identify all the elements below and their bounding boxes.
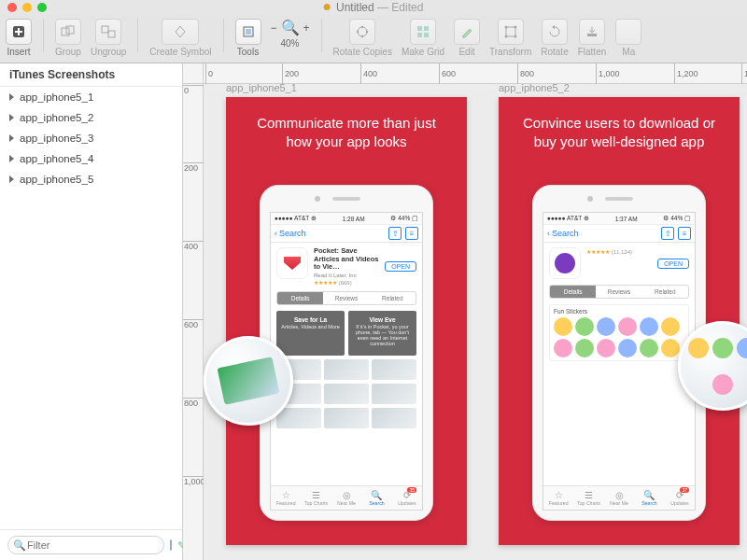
phone-screen: ●●●●● AT&T ⊕ 1:37 AM ⚙ 44% ▢ ‹ Search ⇪ … — [543, 212, 696, 511]
svg-rect-14 — [417, 26, 422, 31]
window-controls — [7, 3, 47, 12]
ungroup-button[interactable]: Ungroup — [91, 19, 126, 57]
toolbar: Insert Group Ungroup Create Symbol Tools… — [0, 15, 747, 63]
zoom-value: 40% — [281, 38, 300, 49]
fun-stickers-card: Fun Stickers — [549, 304, 689, 361]
magnifier-callout — [204, 336, 293, 426]
app-header: ★★★★★ (11,124) OPEN — [549, 247, 689, 279]
close-icon[interactable] — [7, 3, 17, 12]
search-icon: 🔍 — [371, 491, 382, 500]
star-icon: ☆ — [555, 491, 563, 500]
filter-input[interactable] — [7, 536, 164, 554]
speaker-icon — [332, 197, 360, 201]
magnify-icon[interactable]: 🔍 — [281, 19, 300, 36]
search-icon: 🔍 — [13, 539, 26, 552]
zoom-icon[interactable] — [37, 3, 47, 12]
badge: 35 — [407, 487, 416, 493]
status-bar: ●●●●● AT&T ⊕ 1:28 AM ⚙ 44% ▢ — [271, 213, 422, 224]
ruler-horizontal[interactable]: 0 200 400 600 800 1,000 1,200 1,4 — [204, 63, 747, 84]
document-title: Untitled — Edited — [324, 1, 424, 14]
zoom-in-icon[interactable]: + — [303, 21, 310, 35]
unsaved-indicator-icon — [324, 4, 331, 10]
back-label: Search — [279, 229, 306, 238]
camera-icon — [587, 196, 593, 202]
zoom-control[interactable]: − 🔍 + 40% — [271, 19, 310, 49]
list-icon: ≡ — [678, 227, 691, 240]
layer-item[interactable]: app_iphone5_3 — [0, 128, 182, 148]
more-button[interactable]: Ma — [615, 19, 641, 57]
ruler-vertical[interactable]: 0 200 400 600 800 1,000 — [183, 84, 204, 560]
search-icon: 🔍 — [643, 491, 655, 500]
svg-rect-23 — [587, 34, 597, 36]
layer-item[interactable]: app_iphone5_5 — [0, 169, 182, 189]
create-symbol-button[interactable]: Create Symbol — [149, 19, 211, 57]
page-title[interactable]: iTunes Screenshots — [0, 63, 182, 87]
star-icon: ☆ — [282, 491, 290, 500]
app-header: Pocket: Save Articles and Videos to Vie…… — [276, 247, 416, 286]
charts-icon: ☰ — [312, 491, 320, 500]
layer-item[interactable]: app_iphone5_1 — [0, 87, 182, 107]
edit-button[interactable]: Edit — [454, 19, 480, 57]
pocket-icon — [284, 257, 301, 270]
artboard-label[interactable]: app_iphone5_1 — [226, 84, 297, 93]
disclosure-icon[interactable] — [9, 134, 14, 142]
disclosure-icon[interactable] — [9, 175, 14, 183]
disclosure-icon[interactable] — [9, 114, 14, 121]
disclosure-icon[interactable] — [9, 93, 14, 101]
canvas-area: 0 200 400 600 800 1,000 1,200 1,4 0 200 … — [183, 63, 747, 560]
back-chevron-icon: ‹ — [547, 229, 550, 238]
transform-button[interactable]: Transform — [489, 19, 531, 57]
app-icon — [549, 247, 581, 279]
rotate-button[interactable]: Rotate — [541, 19, 568, 57]
svg-rect-4 — [66, 26, 74, 34]
artboard-count-icon[interactable] — [170, 539, 172, 551]
artboard-label[interactable]: app_iphone5_2 — [499, 84, 570, 93]
svg-rect-15 — [424, 26, 429, 31]
thumbnail-row — [276, 408, 416, 428]
minimize-icon[interactable] — [22, 3, 32, 12]
svg-rect-8 — [246, 29, 251, 35]
svg-rect-18 — [506, 27, 515, 36]
app-icon — [276, 247, 308, 279]
artboard[interactable]: Convince users to download or buy your w… — [499, 97, 740, 545]
layers-panel: iTunes Screenshots app_iphone5_1 app_iph… — [0, 63, 183, 560]
svg-rect-6 — [108, 31, 115, 37]
svg-point-12 — [361, 35, 363, 37]
open-button: OPEN — [657, 259, 689, 269]
disclosure-icon[interactable] — [9, 155, 14, 162]
tools-button[interactable]: Tools — [235, 19, 261, 57]
rotate-copies-button[interactable]: Rotate Copies — [333, 19, 392, 57]
nav-bar: ‹ Search ⇪ ≡ — [271, 224, 422, 243]
phone-screen: ●●●●● AT&T ⊕ 1:28 AM ⚙ 44% ▢ ‹ Search ⇪ … — [270, 212, 423, 511]
canvas[interactable]: app_iphone5_1 Communicate more than just… — [204, 84, 747, 560]
layer-item[interactable]: app_iphone5_4 — [0, 148, 182, 169]
headline-text: Convince users to download or buy your w… — [499, 97, 740, 152]
layer-item[interactable]: app_iphone5_2 — [0, 107, 182, 128]
svg-point-22 — [514, 35, 516, 38]
group-button[interactable]: Group — [55, 19, 81, 57]
make-grid-button[interactable]: Make Grid — [402, 19, 444, 57]
ruler-origin[interactable] — [183, 63, 204, 84]
svg-rect-16 — [417, 33, 422, 37]
share-icon: ⇪ — [388, 227, 402, 240]
edited-status: Edited — [391, 1, 423, 14]
speaker-icon — [605, 197, 633, 201]
zoom-out-icon[interactable]: − — [271, 21, 277, 35]
thumbnail-row — [276, 384, 416, 404]
svg-rect-17 — [424, 33, 429, 37]
svg-rect-2 — [15, 31, 22, 33]
svg-point-13 — [357, 31, 359, 33]
sidebar-footer: 🔍 ✎ 10 — [0, 529, 182, 560]
svg-point-9 — [358, 27, 367, 36]
rating-stars-icon: ★★★★★ (669) — [314, 279, 379, 286]
open-button: OPEN — [385, 261, 416, 272]
flatten-button[interactable]: Flatten — [578, 19, 607, 57]
title-text: Untitled — [336, 1, 374, 14]
back-label: Search — [552, 229, 579, 238]
status-bar: ●●●●● AT&T ⊕ 1:37 AM ⚙ 44% ▢ — [543, 213, 695, 224]
svg-rect-5 — [102, 26, 108, 33]
artboard[interactable]: Communicate more than just how your app … — [226, 97, 467, 545]
share-icon: ⇪ — [661, 227, 674, 240]
svg-point-10 — [361, 26, 363, 28]
insert-button[interactable]: Insert — [6, 19, 32, 57]
